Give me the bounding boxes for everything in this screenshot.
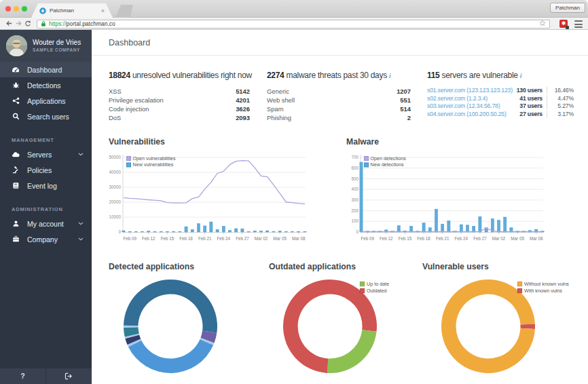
- svg-text:Outdated: Outdated: [367, 288, 387, 294]
- server-link[interactable]: s02.server.com (1.2.3.4): [427, 95, 513, 102]
- stat-heading: 2274 malware threats past 30 daysi: [267, 71, 411, 80]
- url-scheme: https://: [49, 20, 67, 27]
- svg-text:With known vulns: With known vulns: [524, 288, 562, 294]
- bug-icon: [12, 81, 20, 90]
- stat-column-1: 18824 unresolved vulnerabilities right n…: [109, 71, 250, 122]
- sidebar-item-event-log[interactable]: Event log: [0, 178, 92, 193]
- svg-text:30000: 30000: [109, 185, 121, 189]
- book-icon: [12, 182, 20, 190]
- address-bar[interactable]: https://portal.patchman.co: [37, 20, 550, 28]
- server-link[interactable]: s01.server.com (123.123.123.123): [427, 87, 513, 94]
- user-name: Wouter de Vries: [33, 39, 81, 47]
- dashboard-content: 18824 unresolved vulnerabilities right n…: [92, 56, 588, 384]
- user-company: SAMPLE COMPANY: [33, 47, 81, 53]
- sidebar-item-my-account[interactable]: My account: [0, 216, 92, 231]
- chevron-down-icon: [78, 237, 84, 241]
- sidebar-item-policies[interactable]: Policies: [0, 162, 92, 178]
- sidebar-item-applications[interactable]: Applications: [0, 93, 92, 109]
- table-row: XSS5142: [109, 87, 250, 96]
- extension-icon[interactable]: ✱: [559, 20, 568, 28]
- svg-text:Mar 05: Mar 05: [273, 236, 287, 241]
- svg-text:Feb 15: Feb 15: [161, 236, 174, 241]
- tab-close-icon[interactable]: ×: [101, 7, 105, 14]
- sidebar: Wouter de Vries SAMPLE COMPANY Dashboard…: [0, 30, 92, 384]
- malware-chart: 0100200300400500600700Feb 09Feb 12Feb 15…: [346, 151, 550, 243]
- sidebar-item-search-users[interactable]: Search users: [0, 109, 92, 124]
- table-row: Phishing2: [267, 113, 411, 122]
- svg-text:Open detections: Open detections: [371, 155, 407, 161]
- search-icon: [12, 113, 20, 121]
- help-button[interactable]: ?: [0, 368, 45, 384]
- window-minimize-button[interactable]: [14, 6, 19, 12]
- main-area: Dashboard 18824 unresolved vulnerabiliti…: [92, 30, 588, 384]
- table-row: Privilege escalation4201: [109, 96, 250, 104]
- page-header: Dashboard: [92, 30, 588, 56]
- outdated-applications-title: Outdated applications: [269, 262, 422, 271]
- svg-text:Without known vulns: Without known vulns: [524, 281, 569, 287]
- logout-icon: [65, 372, 73, 380]
- window-zoom-button[interactable]: [22, 6, 27, 12]
- page-title: Dashboard: [109, 38, 150, 47]
- svg-text:Feb 21: Feb 21: [198, 236, 212, 241]
- svg-text:0: 0: [356, 229, 359, 234]
- chevron-down-icon: [78, 153, 84, 156]
- svg-text:400: 400: [351, 187, 359, 191]
- window-close-button[interactable]: [5, 6, 11, 12]
- vulnerable-users-title: Vulnerable users: [422, 262, 574, 271]
- bookmark-star-icon[interactable]: [539, 20, 546, 28]
- browser-tab[interactable]: Patchman ×: [31, 3, 113, 18]
- stat-table: XSS5142Privilege escalation4201Code inje…: [109, 87, 250, 122]
- table-row: Web shell551: [267, 96, 411, 104]
- browser-tabbar: Patchman × Patchman: [0, 0, 588, 18]
- table-row: Generic1207: [267, 87, 411, 96]
- svg-text:500: 500: [351, 176, 359, 181]
- svg-text:Feb 09: Feb 09: [123, 236, 136, 241]
- svg-text:Up to date: Up to date: [367, 281, 389, 287]
- table-row: Spam514: [267, 104, 411, 113]
- sidebar-item-detections[interactable]: Detections: [0, 77, 92, 93]
- vulnerabilities-chart-block: Vulnerabilities 010000200003000040000500…: [109, 137, 346, 243]
- chevron-down-icon: [78, 222, 84, 225]
- browser-profile-button[interactable]: Patchman: [550, 3, 585, 13]
- svg-text:700: 700: [351, 155, 359, 159]
- tab-title: Patchman: [50, 7, 74, 14]
- forward-button[interactable]: [14, 19, 23, 28]
- refresh-button[interactable]: [23, 19, 33, 28]
- detected-applications-block: Detected applications: [109, 262, 269, 383]
- stat-column-3: 115 servers are vulnerableis01.server.co…: [427, 71, 574, 122]
- svg-text:Feb 09: Feb 09: [361, 236, 374, 241]
- svg-text:Open vulnerabilities: Open vulnerabilities: [133, 155, 177, 161]
- back-button[interactable]: [4, 19, 14, 28]
- svg-text:Feb 18: Feb 18: [179, 236, 193, 241]
- svg-text:Feb 12: Feb 12: [142, 236, 155, 241]
- stat-column-2: 2274 malware threats past 30 daysiGeneri…: [267, 71, 411, 122]
- malware-chart-block: Malware 0100200300400500600700Feb 09Feb …: [346, 137, 584, 243]
- svg-text:Mar 08: Mar 08: [530, 236, 543, 241]
- server-link[interactable]: s04.server.com (100.200.50.25): [427, 111, 513, 117]
- gavel-icon: [12, 166, 20, 174]
- vulnerabilities-chart: 01000020000300004000050000Feb 09Feb 12Fe…: [109, 151, 312, 243]
- stat-heading: 115 servers are vulnerablei: [427, 71, 574, 80]
- vulnerable-users-donut: Without known vulnsWith known vulns: [422, 274, 574, 383]
- sidebar-item-dashboard[interactable]: Dashboard: [0, 62, 92, 77]
- sidebar-user-header[interactable]: Wouter de Vries SAMPLE COMPANY: [0, 30, 92, 62]
- browser-menu-icon[interactable]: [574, 20, 583, 28]
- svg-text:Feb 24: Feb 24: [217, 236, 231, 241]
- table-row: s02.server.com (1.2.3.4)41 users4.47%: [427, 94, 574, 102]
- info-icon[interactable]: i: [389, 73, 390, 79]
- sidebar-item-company[interactable]: Company: [0, 231, 92, 247]
- info-icon[interactable]: i: [520, 73, 521, 79]
- table-row: s01.server.com (123.123.123.123)130 user…: [427, 86, 574, 94]
- server-link[interactable]: s03.server.com (12.34.56.78): [427, 102, 513, 109]
- outdated-applications-block: Outdated applications Up to dateOutdated: [269, 262, 422, 383]
- outdated-applications-donut: Up to dateOutdated: [269, 274, 422, 383]
- new-tab-button[interactable]: [115, 5, 133, 18]
- user-icon: [12, 220, 20, 228]
- logout-button[interactable]: [45, 368, 92, 384]
- sidebar-item-servers[interactable]: Servers: [0, 147, 92, 162]
- avatar: [6, 35, 27, 56]
- table-row: s03.server.com (12.34.56.78)37 users5.27…: [427, 102, 574, 111]
- svg-text:300: 300: [351, 197, 359, 202]
- nodes-icon: [12, 97, 20, 105]
- svg-text:20000: 20000: [109, 199, 121, 204]
